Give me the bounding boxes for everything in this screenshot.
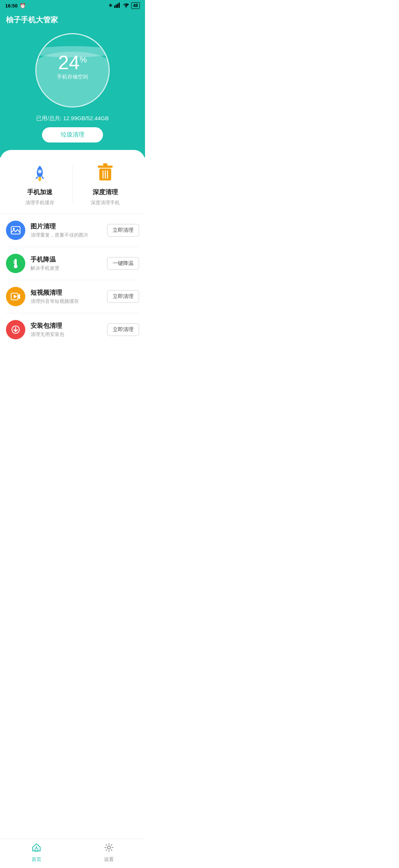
storage-percent: 24%	[57, 53, 88, 72]
video-clean-title: 短视频清理	[30, 288, 102, 297]
apk-clean-button[interactable]: 立即清理	[107, 323, 139, 336]
status-left: 16:50 ⏰	[5, 3, 26, 9]
storage-circle: 24% 手机存储空间	[35, 33, 110, 108]
signal-icon	[114, 3, 121, 9]
svg-rect-9	[103, 163, 107, 166]
svg-rect-8	[98, 166, 113, 168]
svg-rect-0	[114, 6, 115, 8]
apk-clean-title: 安装包清理	[30, 321, 102, 330]
svg-point-6	[38, 170, 42, 173]
app-header: 柚子手机大管家	[0, 11, 145, 29]
feature-list: 图片清理 清理重复，质量不佳的图片 立即清理 手机降温 解决手机发烫 一键降温	[0, 214, 145, 346]
photo-clean-desc: 清理重复，质量不佳的图片	[30, 232, 102, 238]
circle-content: 24% 手机存储空间	[57, 53, 88, 80]
cooling-button[interactable]: 一键降温	[107, 257, 139, 270]
apk-clean-text: 安装包清理 清理无用安装包	[30, 321, 102, 338]
boost-title: 手机加速	[27, 188, 52, 196]
svg-rect-14	[11, 227, 20, 234]
status-bar: 16:50 ⏰ ✳ 48	[0, 0, 145, 11]
cooling-title: 手机降温	[30, 255, 102, 264]
feature-cooling: 手机降温 解决手机发烫 一键降温	[6, 247, 139, 280]
cooling-icon	[6, 254, 25, 273]
photo-clean-button[interactable]: 立即清理	[107, 224, 139, 237]
svg-point-7	[38, 177, 41, 181]
deepclean-title: 深度清理	[93, 188, 118, 196]
alarm-icon: ⏰	[20, 3, 26, 9]
quick-actions: 手机加速 清理手机缓存 深度清理 深度清理手机	[0, 150, 145, 214]
cooling-desc: 解决手机发烫	[30, 265, 102, 272]
svg-rect-3	[119, 3, 120, 8]
feature-apk-clean: 安装包清理 清理无用安装包 立即清理	[6, 313, 139, 346]
card-section: 手机加速 清理手机缓存 深度清理 深度清理手机	[0, 150, 145, 376]
wifi-icon	[123, 3, 129, 9]
rocket-icon	[28, 161, 52, 185]
cooling-text: 手机降温 解决手机发烫	[30, 255, 102, 272]
svg-marker-22	[14, 295, 17, 298]
boost-desc: 清理手机缓存	[25, 199, 54, 206]
quick-action-boost[interactable]: 手机加速 清理手机缓存	[7, 161, 73, 206]
svg-rect-2	[117, 4, 118, 8]
photo-icon	[6, 221, 25, 240]
apk-icon	[6, 320, 25, 339]
hero-section: 24% 手机存储空间 已用/总共: 12.99GB/52.44GB 垃圾清理	[0, 29, 145, 157]
apk-clean-desc: 清理无用安装包	[30, 331, 102, 338]
status-right: ✳ 48	[109, 2, 140, 9]
photo-clean-text: 图片清理 清理重复，质量不佳的图片	[30, 222, 102, 238]
trash-icon	[93, 161, 117, 185]
bluetooth-icon: ✳	[109, 3, 112, 8]
feature-photo-clean: 图片清理 清理重复，质量不佳的图片 立即清理	[6, 214, 139, 247]
video-clean-button[interactable]: 立即清理	[107, 290, 139, 303]
photo-clean-title: 图片清理	[30, 222, 102, 231]
quick-action-deepclean[interactable]: 深度清理 深度清理手机	[73, 161, 138, 206]
video-clean-desc: 清理抖音等短视频缓存	[30, 298, 102, 305]
svg-rect-1	[116, 4, 117, 8]
video-icon	[6, 287, 25, 306]
storage-info: 已用/总共: 12.99GB/52.44GB	[36, 115, 109, 122]
feature-video-clean: 短视频清理 清理抖音等短视频缓存 立即清理	[6, 280, 139, 313]
storage-label: 手机存储空间	[57, 74, 88, 80]
deepclean-desc: 深度清理手机	[91, 199, 120, 206]
app-title: 柚子手机大管家	[6, 15, 139, 29]
clean-button[interactable]: 垃圾清理	[42, 127, 103, 142]
video-clean-text: 短视频清理 清理抖音等短视频缓存	[30, 288, 102, 305]
svg-point-4	[125, 6, 127, 7]
time: 16:50	[5, 3, 17, 9]
battery-indicator: 48	[131, 2, 140, 9]
svg-point-17	[14, 265, 17, 268]
